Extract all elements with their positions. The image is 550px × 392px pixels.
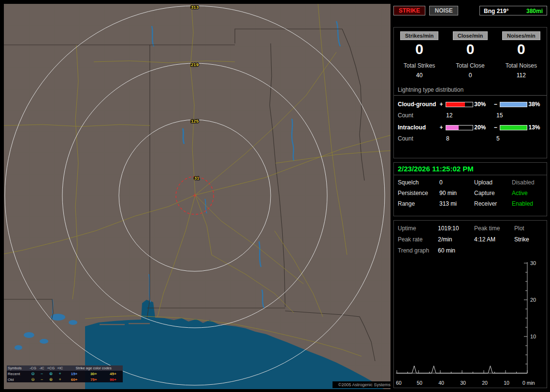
age-15: 15+ bbox=[64, 371, 84, 377]
age-60: 60+ bbox=[64, 377, 84, 382]
age-45: 45+ bbox=[103, 371, 123, 377]
settings-row: Persistence 90 min Capture Active bbox=[394, 190, 547, 196]
recent-ic-pos-icon: + bbox=[56, 371, 64, 377]
total-close-label: Total Close bbox=[445, 62, 495, 69]
old-ic-pos-icon: + bbox=[56, 377, 64, 382]
top-toolbar: STRIKE NOISE Bng 219° 380mi bbox=[393, 6, 547, 18]
strikes-per-min-value: 0 bbox=[394, 41, 445, 57]
cloud-ground-count-row: Count 12 15 bbox=[394, 112, 547, 119]
plot-label: Plot bbox=[514, 225, 524, 232]
plot-value: Strike bbox=[514, 236, 529, 243]
persistence-label: Persistence bbox=[398, 190, 439, 196]
strike-mode-button[interactable]: STRIKE bbox=[393, 6, 425, 15]
total-strikes-value: 40 bbox=[394, 72, 445, 79]
legend-col-ic-pos: +IC bbox=[56, 365, 64, 371]
noises-per-min-badge[interactable]: Noises/min bbox=[502, 31, 540, 40]
ic-minus-bar bbox=[500, 125, 528, 130]
age-75: 75+ bbox=[84, 377, 103, 382]
range-label: Range bbox=[398, 200, 439, 207]
cg-minus-count: 15 bbox=[496, 112, 503, 119]
peak-time-value: 4:12 AM bbox=[474, 236, 514, 243]
total-strikes-label: Total Strikes bbox=[394, 62, 445, 69]
ic-plus-bar bbox=[446, 125, 474, 130]
old-cg-neg-icon: ⊖ bbox=[29, 377, 38, 382]
capture-status: Active bbox=[512, 190, 528, 196]
minus-sign: − bbox=[492, 124, 499, 131]
svg-text:10: 10 bbox=[530, 334, 536, 339]
cloud-ground-row: Cloud-ground + 30% − 38% bbox=[394, 100, 547, 108]
old-cg-pos-icon: ⊕ bbox=[46, 377, 56, 382]
peak-time-label: Peak time bbox=[474, 225, 514, 232]
intracloud-label: Intracloud bbox=[398, 124, 438, 131]
trend-graph: 302010 bbox=[396, 259, 547, 378]
receiver-label: Receiver bbox=[474, 200, 512, 207]
settings-row: Range 313 mi Receiver Enabled bbox=[394, 200, 547, 207]
status-section: 2/23/2026 11:25:02 PM Squelch 0 Upload D… bbox=[393, 162, 547, 216]
uptime-value: 1019:10 bbox=[438, 225, 474, 232]
ic-plus-percent: 20% bbox=[474, 124, 490, 131]
strike-map[interactable]: 313 219 125 31 bbox=[4, 4, 391, 389]
settings-row: Squelch 0 Upload Disabled bbox=[394, 179, 547, 186]
xtick-60: 60 bbox=[396, 380, 402, 386]
close-per-min-badge[interactable]: Close/min bbox=[453, 31, 488, 40]
total-noises-label: Total Noises bbox=[496, 62, 547, 69]
xtick-30: 30 bbox=[460, 380, 466, 386]
ic-minus-count: 5 bbox=[496, 135, 500, 142]
legend-old-label: Old bbox=[7, 377, 29, 382]
upload-label: Upload bbox=[474, 179, 512, 186]
stats-row-2: Peak rate 2/min 4:12 AM Strike bbox=[394, 236, 547, 243]
total-close-value: 0 bbox=[445, 72, 495, 79]
old-ic-neg-icon: − bbox=[37, 377, 46, 382]
plus-sign: + bbox=[438, 101, 445, 108]
legend-age-title: Strike age color codes bbox=[64, 365, 123, 371]
cg-plus-percent: 30% bbox=[474, 101, 490, 108]
peak-rate-value: 2/min bbox=[438, 236, 474, 243]
bearing-value: Bng 219° bbox=[484, 8, 508, 14]
recent-cg-pos-icon: ⊕ bbox=[46, 371, 56, 377]
plus-sign: + bbox=[438, 124, 445, 131]
ic-minus-percent: 13% bbox=[528, 124, 544, 131]
stats-row-1: Uptime 1019:10 Peak time Plot bbox=[394, 225, 547, 232]
capture-label: Capture bbox=[474, 190, 512, 196]
peak-rate-label: Peak rate bbox=[398, 236, 438, 243]
distribution-title: Lightning type distribution bbox=[398, 86, 547, 95]
trend-graph-label: Trend graph bbox=[398, 247, 438, 254]
receiver-status: Enabled bbox=[512, 200, 533, 207]
age-30: 30+ bbox=[84, 371, 103, 377]
range-value: 313 mi bbox=[439, 200, 474, 207]
bearing-readout: Bng 219° 380mi bbox=[479, 6, 547, 15]
svg-text:30: 30 bbox=[530, 260, 536, 266]
cg-minus-percent: 38% bbox=[528, 101, 544, 108]
intracloud-count-row: Count 8 5 bbox=[394, 135, 547, 142]
cg-minus-bar bbox=[500, 102, 528, 107]
ring-label-313: 313 bbox=[191, 4, 199, 10]
squelch-value: 0 bbox=[439, 179, 474, 186]
total-noises-value: 112 bbox=[496, 72, 547, 79]
symbols-legend: Symbols -CG -IC +CG +IC Strike age color… bbox=[7, 365, 123, 382]
map-canvas: 313 219 125 31 bbox=[4, 4, 391, 389]
xtick-20: 20 bbox=[482, 380, 488, 386]
legend-col-cg-neg: -CG bbox=[29, 365, 38, 371]
close-per-min-value: 0 bbox=[445, 41, 495, 57]
ring-label-31: 31 bbox=[194, 175, 200, 181]
ring-label-125: 125 bbox=[191, 118, 199, 124]
cg-plus-bar bbox=[446, 102, 474, 107]
counters-section: Strikes/min Close/min Noises/min 0 0 0 T… bbox=[393, 27, 547, 158]
stats-section: Uptime 1019:10 Peak time Plot Peak rate … bbox=[393, 220, 547, 388]
cloud-ground-label: Cloud-ground bbox=[398, 101, 438, 108]
trend-x-axis-labels: 60 50 40 30 20 10 0 min bbox=[396, 380, 547, 387]
trend-graph-value: 60 min bbox=[438, 247, 474, 254]
xtick-40: 40 bbox=[438, 380, 444, 386]
legend-recent-label: Recent bbox=[7, 371, 29, 377]
noise-mode-button[interactable]: NOISE bbox=[429, 6, 458, 15]
datetime-display: 2/23/2026 11:25:02 PM bbox=[394, 163, 547, 175]
age-90: 90+ bbox=[103, 377, 123, 382]
strikes-per-min-badge[interactable]: Strikes/min bbox=[400, 31, 438, 40]
minus-sign: − bbox=[492, 101, 499, 108]
xtick-0: 0 min bbox=[522, 380, 535, 386]
ic-count-label: Count bbox=[398, 135, 446, 142]
svg-text:20: 20 bbox=[530, 297, 536, 303]
intracloud-row: Intracloud + 20% − 13% bbox=[394, 124, 547, 131]
recent-ic-neg-icon: − bbox=[37, 371, 46, 377]
stats-row-3: Trend graph 60 min bbox=[394, 247, 547, 254]
